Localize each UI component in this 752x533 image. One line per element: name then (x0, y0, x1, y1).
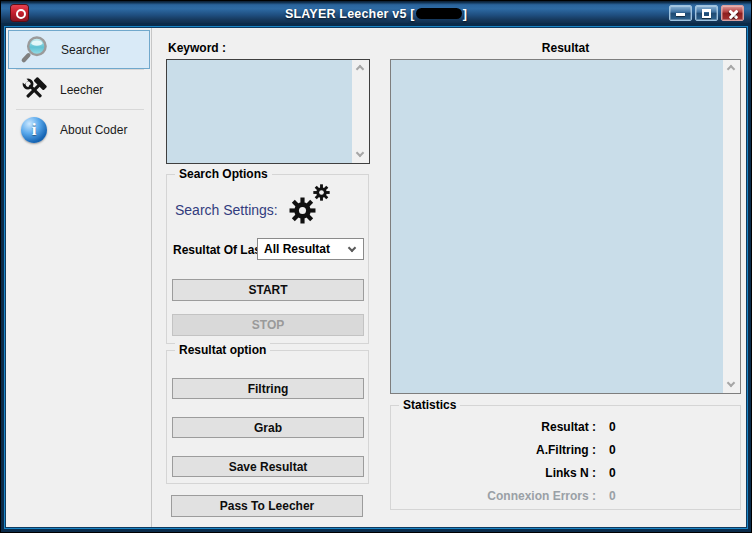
stat-value: 0 (609, 443, 616, 457)
start-button[interactable]: START (172, 279, 364, 301)
stat-row-links-n: Links N : 0 (391, 463, 740, 483)
statistics-group: Statistics Resultat : 0 A.Filtring : 0 L… (390, 405, 741, 510)
stat-row-afiltring: A.Filtring : 0 (391, 440, 740, 460)
scroll-up-icon[interactable] (723, 60, 740, 77)
gear-icon[interactable] (313, 184, 330, 205)
app-window: SLAYER Leecher v5 [] (0, 0, 752, 533)
sidebar-item-about-coder[interactable]: About Coder (8, 110, 150, 149)
stat-value: 0 (609, 420, 616, 434)
window-title-text: SLAYER Leecher v5 [ (285, 7, 415, 21)
search-options-group: Search Options Search Settings: (166, 174, 369, 344)
sidebar-item-searcher[interactable]: Searcher (8, 30, 150, 69)
pass-to-leecher-button[interactable]: Pass To Leecher (171, 495, 363, 517)
scroll-down-icon[interactable] (352, 146, 369, 163)
stat-label: Links N : (391, 466, 596, 480)
sidebar: Searcher (6, 28, 152, 527)
resultat-option-title: Resultat option (175, 343, 270, 357)
resultat-scrollbar[interactable] (723, 60, 740, 393)
maximize-icon (702, 9, 711, 18)
stat-row-resultat: Resultat : 0 (391, 417, 740, 437)
save-resultat-button[interactable]: Save Resultat (172, 456, 364, 477)
stat-label: Resultat : (391, 420, 596, 434)
close-button[interactable] (721, 5, 744, 21)
search-options-title: Search Options (175, 167, 272, 181)
chevron-down-icon (348, 244, 356, 252)
grab-button[interactable]: Grab (172, 417, 364, 438)
window-title: SLAYER Leecher v5 [] (1, 1, 751, 26)
titlebar[interactable]: SLAYER Leecher v5 [] (1, 1, 751, 26)
scroll-down-icon[interactable] (723, 376, 740, 393)
window-frame: Searcher (1, 27, 751, 533)
minimize-icon (676, 13, 685, 16)
scroll-up-icon[interactable] (352, 60, 369, 77)
minimize-button[interactable] (669, 5, 692, 21)
stat-value: 0 (609, 489, 616, 503)
window-title-suffix: ] (463, 7, 467, 21)
resultat-output[interactable] (390, 59, 741, 394)
stat-value: 0 (609, 466, 616, 480)
sidebar-item-label: About Coder (60, 123, 127, 137)
stat-label: A.Filtring : (391, 443, 596, 457)
filtring-button[interactable]: Filtring (172, 378, 364, 399)
stat-row-connexion-errors: Connexion Errors : 0 (391, 486, 740, 506)
sidebar-item-label: Leecher (60, 83, 103, 97)
stat-label: Connexion Errors : (391, 489, 596, 503)
sidebar-item-label: Searcher (61, 43, 110, 57)
sidebar-item-leecher[interactable]: Leecher (8, 70, 150, 109)
tools-icon (19, 75, 49, 105)
resultat-of-last-dropdown[interactable]: All Resultat (257, 238, 364, 260)
resultat-of-last-label: Resultat Of Last (173, 243, 265, 257)
dropdown-value: All Resultat (264, 242, 330, 256)
gear-icon[interactable] (289, 197, 316, 228)
resultat-option-group: Resultat option Filtring Grab Save Resul… (166, 350, 369, 484)
search-settings-link[interactable]: Search Settings: (175, 202, 278, 218)
keyword-scrollbar[interactable] (352, 60, 369, 163)
magnifier-icon (20, 35, 50, 65)
maximize-button[interactable] (695, 5, 718, 21)
redacted-text (416, 8, 462, 19)
resultat-title: Resultat (390, 41, 741, 55)
window-controls (669, 5, 744, 21)
statistics-title: Statistics (399, 398, 460, 412)
keyword-label: Keyword : (168, 41, 226, 55)
info-icon (19, 115, 49, 145)
stop-button: STOP (172, 314, 364, 336)
close-icon (727, 8, 739, 20)
client-area: Searcher (6, 28, 746, 527)
keyword-input[interactable] (166, 59, 370, 164)
